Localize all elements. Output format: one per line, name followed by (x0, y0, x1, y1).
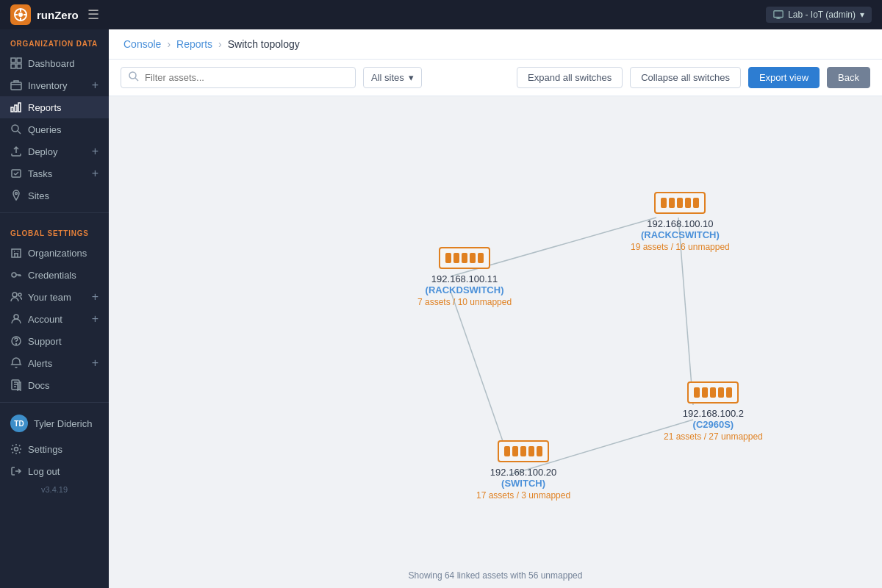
org-name: Lab - IoT (admin) (788, 10, 856, 20)
sidebar-item-dashboard[interactable]: Dashboard (0, 52, 109, 74)
sidebar-item-inventory[interactable]: Inventory + (0, 74, 109, 96)
inventory-add-icon[interactable]: + (92, 79, 98, 91)
svg-point-34 (16, 344, 17, 345)
switch-icon (654, 192, 706, 214)
svg-rect-12 (11, 64, 15, 68)
switch-port (478, 253, 484, 263)
sidebar-item-label: Account (28, 314, 62, 325)
mappin-icon (10, 190, 22, 201)
sidebar-item-your-team[interactable]: Your team + (0, 286, 109, 308)
topbar-left: runZero ☰ (10, 4, 99, 25)
sidebar-item-support[interactable]: Support (0, 330, 109, 352)
tasks-add-icon[interactable]: + (92, 168, 98, 179)
grid-icon (10, 57, 22, 69)
switch-icon (687, 381, 739, 404)
sidebar-item-logout[interactable]: Log out (0, 460, 109, 482)
sidebar-item-queries[interactable]: Queries (0, 118, 109, 140)
switch-port (726, 387, 732, 398)
switch-port (661, 198, 667, 208)
global-section-label: GLOBAL SETTINGS (0, 219, 109, 242)
switch-name: (SWITCH) (501, 478, 545, 489)
switch-port (528, 446, 534, 456)
logout-icon (10, 465, 22, 477)
topbar: runZero ☰ Lab - IoT (admin) ▾ (0, 0, 882, 29)
svg-line-38 (135, 78, 138, 81)
sidebar-item-reports[interactable]: Reports (0, 96, 109, 118)
sidebar-item-label: Dashboard (28, 58, 75, 69)
switch-node-switch[interactable]: 192.168.100.20 (SWITCH) 17 assets / 3 un… (476, 440, 570, 501)
switch-port (520, 446, 526, 456)
collapse-all-button[interactable]: Collapse all switches (630, 67, 741, 88)
sidebar-item-docs[interactable]: Docs (0, 374, 109, 396)
export-view-button[interactable]: Export view (748, 67, 820, 88)
search-box[interactable] (121, 67, 356, 88)
breadcrumb-console[interactable]: Console (123, 38, 161, 50)
switch-port (462, 253, 467, 263)
svg-rect-7 (774, 11, 783, 18)
avatar: TD (10, 415, 28, 432)
sidebar-item-label: Credentials (28, 270, 76, 281)
sidebar-item-label: Sites (28, 190, 49, 201)
account-add-icon[interactable]: + (92, 313, 98, 325)
switch-port (702, 387, 708, 398)
content-area: Console › Reports › Switch topology All … (109, 29, 882, 588)
sidebar-item-tasks[interactable]: Tasks + (0, 162, 109, 184)
sidebar-item-account[interactable]: Account + (0, 308, 109, 330)
monitor-icon (773, 10, 784, 20)
sites-dropdown[interactable]: All sites ▾ (363, 67, 422, 88)
key-icon (10, 269, 22, 281)
user-name: Tyler Diderich (34, 418, 92, 429)
svg-point-23 (15, 193, 18, 195)
sidebar-item-credentials[interactable]: Credentials (0, 264, 109, 286)
switch-port (537, 446, 542, 456)
alerts-add-icon[interactable]: + (92, 357, 98, 369)
svg-rect-13 (17, 64, 21, 68)
switch-port (677, 198, 683, 208)
sidebar-item-organizations[interactable]: Organizations (0, 242, 109, 264)
switch-node-c2960s[interactable]: 192.168.100.2 (C2960S) 21 assets / 27 un… (664, 381, 763, 442)
switch-node-rackdswitch[interactable]: 192.168.100.11 (RACKDSWITCH) 7 assets / … (417, 247, 512, 307)
switch-icon (498, 440, 549, 462)
breadcrumb-current: Switch topology (228, 38, 300, 50)
building-icon (10, 247, 22, 259)
expand-all-button[interactable]: Expand all switches (517, 67, 623, 88)
switch-port (504, 446, 510, 456)
switch-name: (RACKCSWITCH) (641, 229, 720, 240)
switch-node-rackcswitch[interactable]: 192.168.100.10 (RACKCSWITCH) 19 assets /… (631, 192, 730, 252)
barchart-icon (10, 101, 22, 113)
svg-line-41 (451, 291, 509, 460)
footer-stats: Showing 64 linked assets with 56 unmappe… (409, 570, 583, 581)
sites-select[interactable]: All sites (371, 72, 404, 83)
switch-stats: 17 assets / 3 unmapped (476, 490, 570, 501)
sidebar-item-settings[interactable]: Settings (0, 438, 109, 460)
search-input[interactable] (145, 72, 348, 83)
upload-icon (10, 146, 22, 157)
toolbar: All sites ▾ Expand all switches Collapse… (109, 60, 882, 96)
switch-port (445, 253, 451, 263)
back-button[interactable]: Back (827, 67, 870, 88)
org-badge[interactable]: Lab - IoT (admin) ▾ (766, 7, 872, 23)
sidebar-item-sites[interactable]: Sites (0, 184, 109, 207)
sidebar-item-deploy[interactable]: Deploy + (0, 140, 109, 162)
logo-text: runZero (37, 9, 79, 21)
breadcrumb: Console › Reports › Switch topology (109, 29, 882, 60)
switch-stats: 21 assets / 27 unmapped (664, 431, 763, 442)
team-add-icon[interactable]: + (92, 291, 98, 303)
svg-rect-10 (11, 58, 15, 62)
switch-ip: 192.168.100.11 (431, 273, 498, 284)
sidebar-item-label: Tasks (28, 168, 52, 179)
book-icon (10, 379, 22, 391)
sidebar-item-label: Inventory (28, 80, 67, 91)
sidebar-item-alerts[interactable]: Alerts + (0, 352, 109, 374)
bell-icon (10, 357, 22, 369)
switch-port (453, 253, 459, 263)
menu-icon[interactable]: ☰ (87, 7, 99, 23)
svg-point-37 (129, 72, 136, 79)
topbar-right: Lab - IoT (admin) ▾ (766, 7, 872, 23)
deploy-add-icon[interactable]: + (92, 146, 98, 157)
logo: runZero (10, 4, 79, 25)
sidebar-item-label: Queries (28, 124, 62, 135)
breadcrumb-reports[interactable]: Reports (176, 38, 212, 50)
search-icon (129, 71, 139, 84)
svg-point-29 (12, 273, 16, 277)
